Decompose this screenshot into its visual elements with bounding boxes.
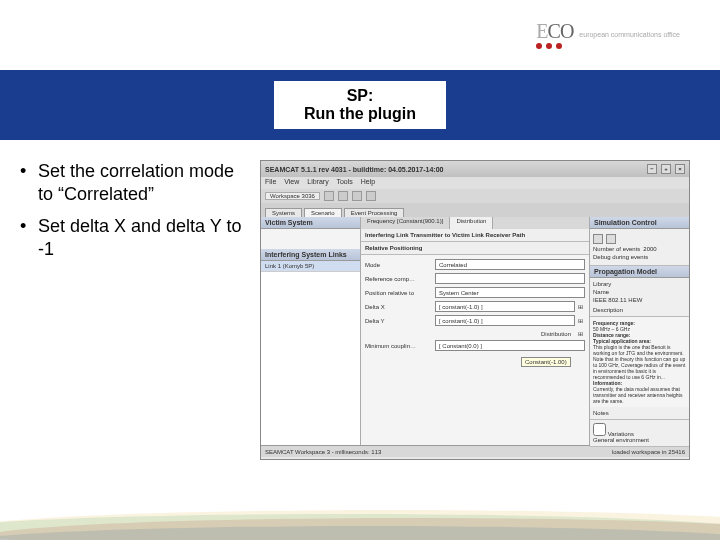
workspace-tab[interactable]: Workspace 3036: [265, 192, 320, 200]
title-band: SP: Run the plugin: [0, 70, 720, 140]
dist-icon[interactable]: ⊞: [575, 303, 585, 310]
victim-header: Victim System: [261, 217, 360, 229]
name-field[interactable]: IEEE 802.11 HEW: [593, 297, 686, 307]
desc-body2: Currently, the data model assumes that t…: [593, 386, 683, 404]
logo-subtitle: european communications office: [579, 31, 680, 38]
notes-label: Notes: [593, 410, 686, 416]
toolbar: Workspace 3036: [261, 189, 689, 203]
toolbar-icon[interactable]: [338, 191, 348, 201]
variations-checkbox[interactable]: [593, 423, 606, 436]
title-line2: Run the plugin: [304, 105, 416, 123]
prop-model-header: Propagation Model: [590, 266, 689, 278]
form: ModeCorrelated Reference comp… Position …: [361, 255, 589, 445]
relative-positioning-header: Relative Positioning: [361, 242, 589, 255]
desc-label: Description: [593, 307, 686, 313]
menu-view[interactable]: View: [284, 178, 299, 185]
field-pos[interactable]: System Center: [435, 287, 585, 298]
app-screenshot: SEAMCAT 5.1.1 rev 4031 - buildtime: 04.0…: [260, 160, 690, 460]
mid-panel: Frequency [Constant(900.1)] Distribution…: [361, 217, 589, 445]
events-label: Number of events: [593, 246, 640, 252]
bullet-item: Set delta X and delta Y to -1: [20, 215, 250, 262]
run-button[interactable]: [593, 234, 603, 244]
tooltip: Constant(-1.00): [521, 357, 571, 367]
field-deltay[interactable]: [ constant(-1.0) ]: [435, 315, 575, 326]
link-item[interactable]: Link 1 (Komyb 5P): [261, 261, 360, 272]
stop-button[interactable]: [606, 234, 616, 244]
mid-tabs: Frequency [Constant(900.1)] Distribution: [361, 217, 589, 229]
tab-scenario[interactable]: Scenario: [304, 208, 342, 217]
bullet-item: Set the correlation mode to “Correlated”: [20, 160, 250, 207]
app-body: Victim System Interfering System Links L…: [261, 217, 689, 445]
dist-icon[interactable]: ⊞: [575, 317, 585, 324]
library-label: Library: [593, 281, 686, 287]
mid-tab-freq[interactable]: Frequency [Constant(900.1)]: [361, 217, 450, 229]
toolbar-icon[interactable]: [366, 191, 376, 201]
footer-decoration: [0, 480, 720, 540]
main-tabs: Systems Scenario Event Processing: [261, 203, 689, 217]
content: Set the correlation mode to “Correlated”…: [20, 160, 700, 460]
menu-library[interactable]: Library: [307, 178, 328, 185]
description-panel: Frequency range: 50 MHz – 6 GHz Distance…: [590, 317, 689, 407]
sim-control-header: Simulation Control: [590, 217, 689, 229]
right-panel: Simulation Control Number of events 2000…: [589, 217, 689, 445]
field-ref[interactable]: [435, 273, 585, 284]
window-title: SEAMCAT 5.1.1 rev 4031 - buildtime: 04.0…: [265, 166, 443, 173]
label-pos: Position relative to: [365, 290, 435, 296]
tab-systems[interactable]: Systems: [265, 208, 302, 217]
logo-dots: [536, 43, 573, 49]
menu-tools[interactable]: Tools: [336, 178, 352, 185]
label-mode: Mode: [365, 262, 435, 268]
left-panel: Victim System Interfering System Links L…: [261, 217, 361, 445]
status-left: SEAMCAT Workspace 3 - milliseconds: 113: [265, 449, 381, 455]
tab-event-processing[interactable]: Event Processing: [344, 208, 405, 217]
menubar: File View Library Tools Help: [261, 177, 689, 189]
close-button[interactable]: ×: [675, 164, 685, 174]
left-list: Link 1 (Komyb 5P): [261, 261, 360, 445]
window-titlebar: SEAMCAT 5.1.1 rev 4031 - buildtime: 04.0…: [261, 161, 689, 177]
label-mincoupling: Minimum couplin…: [365, 343, 435, 349]
field-mincoupling[interactable]: [ Constant(0.0) ]: [435, 340, 585, 351]
name-label: Name: [593, 289, 609, 295]
status-right: loaded workspace in 25416: [612, 449, 685, 455]
bullet-list: Set the correlation mode to “Correlated”…: [20, 160, 250, 460]
label-ref: Reference comp…: [365, 276, 435, 282]
dist-expand-icon[interactable]: ⊞: [575, 330, 585, 337]
title-line1: SP:: [304, 87, 416, 105]
general-env-label: General environment: [593, 437, 686, 443]
label-deltax: Delta X: [365, 304, 435, 310]
title-box: SP: Run the plugin: [274, 81, 446, 129]
logo: ECO european communications office: [536, 20, 680, 49]
menu-file[interactable]: File: [265, 178, 276, 185]
menu-help[interactable]: Help: [361, 178, 375, 185]
field-deltax[interactable]: [ constant(-1.0) ]: [435, 301, 575, 312]
dist-label: Distribution: [541, 331, 571, 337]
events-value[interactable]: 2000: [643, 246, 656, 252]
toolbar-icon[interactable]: [324, 191, 334, 201]
minimize-button[interactable]: −: [647, 164, 657, 174]
label-deltay: Delta Y: [365, 318, 435, 324]
debug-label: Debug during events: [593, 254, 648, 260]
interfering-header: Interfering System Links: [261, 249, 360, 261]
desc-body: This plugin is the one that Benoit is wo…: [593, 344, 685, 380]
maximize-button[interactable]: +: [661, 164, 671, 174]
path-label: Interfering Link Transmitter to Victim L…: [361, 229, 589, 242]
mid-tab-dist[interactable]: Distribution: [450, 217, 493, 229]
toolbar-icon[interactable]: [352, 191, 362, 201]
field-mode[interactable]: Correlated: [435, 259, 585, 270]
logo-brand: ECO: [536, 20, 573, 43]
